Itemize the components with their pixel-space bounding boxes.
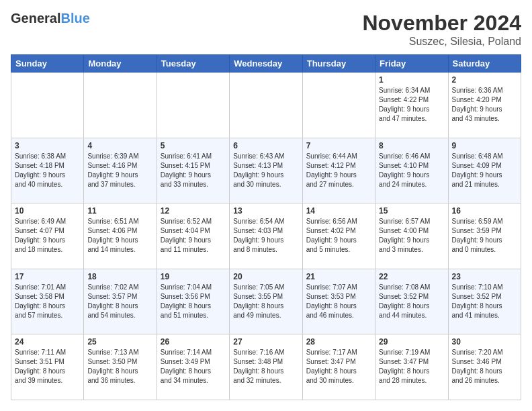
month-title: November 2024 bbox=[362, 11, 521, 36]
header-wednesday: Wednesday bbox=[230, 55, 302, 73]
day-info-5: Sunrise: 6:41 AM Sunset: 4:15 PM Dayligh… bbox=[161, 152, 226, 189]
day-info-8: Sunrise: 6:46 AM Sunset: 4:10 PM Dayligh… bbox=[379, 152, 444, 189]
day-cell-2-6: 16Sunrise: 6:59 AM Sunset: 3:59 PM Dayli… bbox=[448, 203, 521, 269]
day-number-7: 7 bbox=[306, 141, 371, 150]
day-info-15: Sunrise: 6:57 AM Sunset: 4:00 PM Dayligh… bbox=[379, 217, 444, 255]
day-number-29: 29 bbox=[379, 337, 444, 347]
logo-name: GeneralBlue bbox=[11, 11, 90, 26]
day-info-1: Sunrise: 6:34 AM Sunset: 4:22 PM Dayligh… bbox=[379, 86, 444, 124]
day-number-13: 13 bbox=[233, 206, 298, 216]
day-info-13: Sunrise: 6:54 AM Sunset: 4:03 PM Dayligh… bbox=[233, 217, 298, 255]
day-cell-0-2 bbox=[157, 73, 229, 138]
day-cell-4-0: 24Sunrise: 7:11 AM Sunset: 3:51 PM Dayli… bbox=[11, 334, 84, 400]
day-cell-1-1: 4Sunrise: 6:39 AM Sunset: 4:16 PM Daylig… bbox=[84, 138, 157, 203]
day-cell-2-0: 10Sunrise: 6:49 AM Sunset: 4:07 PM Dayli… bbox=[11, 203, 84, 269]
day-number-8: 8 bbox=[379, 141, 444, 150]
day-number-25: 25 bbox=[87, 337, 152, 347]
day-cell-4-3: 27Sunrise: 7:16 AM Sunset: 3:48 PM Dayli… bbox=[230, 334, 302, 400]
header: GeneralBlue November 2024 Suszec, Silesi… bbox=[11, 11, 521, 48]
day-info-18: Sunrise: 7:02 AM Sunset: 3:57 PM Dayligh… bbox=[87, 283, 152, 320]
day-info-6: Sunrise: 6:43 AM Sunset: 4:13 PM Dayligh… bbox=[233, 152, 298, 189]
day-cell-3-2: 19Sunrise: 7:04 AM Sunset: 3:56 PM Dayli… bbox=[157, 269, 229, 334]
title-block: November 2024 Suszec, Silesia, Poland bbox=[362, 11, 521, 48]
day-cell-4-5: 29Sunrise: 7:19 AM Sunset: 3:47 PM Dayli… bbox=[375, 334, 448, 400]
day-cell-0-0 bbox=[11, 73, 84, 138]
day-number-17: 17 bbox=[15, 272, 80, 281]
day-cell-2-3: 13Sunrise: 6:54 AM Sunset: 4:03 PM Dayli… bbox=[230, 203, 302, 269]
calendar-header-row: Sunday Monday Tuesday Wednesday Thursday… bbox=[11, 55, 521, 73]
day-number-2: 2 bbox=[452, 75, 517, 85]
day-cell-3-4: 21Sunrise: 7:07 AM Sunset: 3:53 PM Dayli… bbox=[302, 269, 375, 334]
day-cell-0-4 bbox=[302, 73, 375, 138]
location-title: Suszec, Silesia, Poland bbox=[362, 36, 521, 48]
day-cell-4-2: 26Sunrise: 7:14 AM Sunset: 3:49 PM Dayli… bbox=[157, 334, 229, 400]
day-cell-1-3: 6Sunrise: 6:43 AM Sunset: 4:13 PM Daylig… bbox=[230, 138, 302, 203]
day-cell-3-1: 18Sunrise: 7:02 AM Sunset: 3:57 PM Dayli… bbox=[84, 269, 157, 334]
week-row-3: 17Sunrise: 7:01 AM Sunset: 3:58 PM Dayli… bbox=[11, 269, 521, 334]
day-info-21: Sunrise: 7:07 AM Sunset: 3:53 PM Dayligh… bbox=[306, 283, 371, 320]
day-info-19: Sunrise: 7:04 AM Sunset: 3:56 PM Dayligh… bbox=[161, 283, 226, 320]
day-number-18: 18 bbox=[87, 272, 152, 281]
day-info-27: Sunrise: 7:16 AM Sunset: 3:48 PM Dayligh… bbox=[233, 348, 298, 385]
day-info-22: Sunrise: 7:08 AM Sunset: 3:52 PM Dayligh… bbox=[379, 283, 444, 320]
header-sunday: Sunday bbox=[11, 55, 84, 73]
day-info-17: Sunrise: 7:01 AM Sunset: 3:58 PM Dayligh… bbox=[15, 283, 80, 320]
logo: GeneralBlue bbox=[11, 11, 90, 26]
day-cell-4-1: 25Sunrise: 7:13 AM Sunset: 3:50 PM Dayli… bbox=[84, 334, 157, 400]
day-cell-1-2: 5Sunrise: 6:41 AM Sunset: 4:15 PM Daylig… bbox=[157, 138, 229, 203]
week-row-1: 3Sunrise: 6:38 AM Sunset: 4:18 PM Daylig… bbox=[11, 138, 521, 203]
day-number-19: 19 bbox=[161, 272, 226, 281]
day-number-10: 10 bbox=[15, 206, 80, 216]
day-info-29: Sunrise: 7:19 AM Sunset: 3:47 PM Dayligh… bbox=[379, 348, 444, 385]
day-number-12: 12 bbox=[161, 206, 226, 216]
header-thursday: Thursday bbox=[302, 55, 375, 73]
day-number-5: 5 bbox=[161, 141, 226, 150]
day-number-9: 9 bbox=[452, 141, 517, 150]
day-number-28: 28 bbox=[306, 337, 371, 347]
day-number-21: 21 bbox=[306, 272, 371, 281]
day-number-6: 6 bbox=[233, 141, 298, 150]
day-cell-1-4: 7Sunrise: 6:44 AM Sunset: 4:12 PM Daylig… bbox=[302, 138, 375, 203]
day-number-11: 11 bbox=[87, 206, 152, 216]
day-info-25: Sunrise: 7:13 AM Sunset: 3:50 PM Dayligh… bbox=[87, 348, 152, 385]
day-number-24: 24 bbox=[15, 337, 80, 347]
day-info-23: Sunrise: 7:10 AM Sunset: 3:52 PM Dayligh… bbox=[452, 283, 517, 320]
day-number-27: 27 bbox=[233, 337, 298, 347]
day-cell-2-5: 15Sunrise: 6:57 AM Sunset: 4:00 PM Dayli… bbox=[375, 203, 448, 269]
day-number-15: 15 bbox=[379, 206, 444, 216]
day-info-16: Sunrise: 6:59 AM Sunset: 3:59 PM Dayligh… bbox=[452, 217, 517, 255]
header-monday: Monday bbox=[84, 55, 157, 73]
day-cell-2-1: 11Sunrise: 6:51 AM Sunset: 4:06 PM Dayli… bbox=[84, 203, 157, 269]
day-info-30: Sunrise: 7:20 AM Sunset: 3:46 PM Dayligh… bbox=[452, 348, 517, 385]
day-cell-1-5: 8Sunrise: 6:46 AM Sunset: 4:10 PM Daylig… bbox=[375, 138, 448, 203]
day-info-20: Sunrise: 7:05 AM Sunset: 3:55 PM Dayligh… bbox=[233, 283, 298, 320]
day-number-23: 23 bbox=[452, 272, 517, 281]
day-info-3: Sunrise: 6:38 AM Sunset: 4:18 PM Dayligh… bbox=[15, 152, 80, 189]
week-row-0: 1Sunrise: 6:34 AM Sunset: 4:22 PM Daylig… bbox=[11, 73, 521, 138]
day-info-4: Sunrise: 6:39 AM Sunset: 4:16 PM Dayligh… bbox=[87, 152, 152, 189]
header-friday: Friday bbox=[375, 55, 448, 73]
day-cell-0-1 bbox=[84, 73, 157, 138]
day-number-30: 30 bbox=[452, 337, 517, 347]
day-info-11: Sunrise: 6:51 AM Sunset: 4:06 PM Dayligh… bbox=[87, 217, 152, 255]
day-info-10: Sunrise: 6:49 AM Sunset: 4:07 PM Dayligh… bbox=[15, 217, 80, 255]
day-info-14: Sunrise: 6:56 AM Sunset: 4:02 PM Dayligh… bbox=[306, 217, 371, 255]
day-info-2: Sunrise: 6:36 AM Sunset: 4:20 PM Dayligh… bbox=[452, 86, 517, 124]
day-cell-0-6: 2Sunrise: 6:36 AM Sunset: 4:20 PM Daylig… bbox=[448, 73, 521, 138]
day-info-7: Sunrise: 6:44 AM Sunset: 4:12 PM Dayligh… bbox=[306, 152, 371, 189]
day-number-22: 22 bbox=[379, 272, 444, 281]
day-cell-3-5: 22Sunrise: 7:08 AM Sunset: 3:52 PM Dayli… bbox=[375, 269, 448, 334]
week-row-2: 10Sunrise: 6:49 AM Sunset: 4:07 PM Dayli… bbox=[11, 203, 521, 269]
day-number-1: 1 bbox=[379, 75, 444, 85]
week-row-4: 24Sunrise: 7:11 AM Sunset: 3:51 PM Dayli… bbox=[11, 334, 521, 400]
day-cell-3-3: 20Sunrise: 7:05 AM Sunset: 3:55 PM Dayli… bbox=[230, 269, 302, 334]
logo-text-block: GeneralBlue bbox=[11, 11, 90, 26]
day-info-12: Sunrise: 6:52 AM Sunset: 4:04 PM Dayligh… bbox=[161, 217, 226, 255]
day-cell-1-6: 9Sunrise: 6:48 AM Sunset: 4:09 PM Daylig… bbox=[448, 138, 521, 203]
day-cell-0-3 bbox=[230, 73, 302, 138]
day-number-4: 4 bbox=[87, 141, 152, 150]
day-cell-0-5: 1Sunrise: 6:34 AM Sunset: 4:22 PM Daylig… bbox=[375, 73, 448, 138]
day-cell-1-0: 3Sunrise: 6:38 AM Sunset: 4:18 PM Daylig… bbox=[11, 138, 84, 203]
day-number-20: 20 bbox=[233, 272, 298, 281]
day-number-16: 16 bbox=[452, 206, 517, 216]
